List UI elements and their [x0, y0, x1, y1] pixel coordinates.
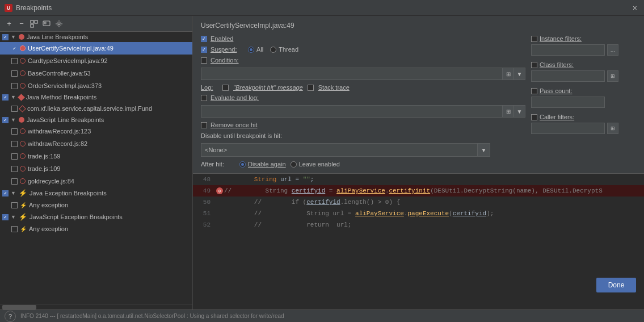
bp-anyexc-label: Any exception	[29, 202, 68, 208]
evaluate-input[interactable]	[201, 105, 503, 118]
bp-withdraw82-checkbox[interactable]	[11, 141, 18, 147]
suspend-checkbox[interactable]	[201, 47, 207, 53]
bp-xflieka-dot	[19, 105, 26, 112]
bp-cardtype-checkbox[interactable]	[11, 58, 18, 64]
breakpoint-cardtype[interactable]: CardtypeServiceImpl.java:92	[0, 55, 192, 67]
class-filters-checkbox[interactable]	[531, 62, 537, 68]
group-js-line: ▼ JavaScript Line Breakpoints withdrawRe…	[0, 115, 192, 187]
bp-base-checkbox[interactable]	[11, 70, 18, 77]
caller-filters-checkbox[interactable]	[531, 114, 537, 120]
instance-filters-input[interactable]	[531, 44, 605, 56]
remove-breakpoint-button[interactable]: −	[16, 18, 27, 30]
left-panel: + − ▼ Java Line Breakpoints	[0, 16, 193, 310]
bp-xflieka-checkbox[interactable]	[11, 106, 18, 112]
leave-enabled-option[interactable]: Leave enabled	[291, 161, 340, 168]
class-filters-browse[interactable]: ⊞	[607, 70, 618, 82]
pass-count-input[interactable]	[531, 97, 605, 108]
class-filters-input[interactable]	[531, 70, 605, 82]
group-breakpoints-button[interactable]	[28, 18, 40, 30]
stack-trace-checkbox[interactable]	[308, 85, 314, 91]
condition-expand-btn[interactable]: ⊞	[503, 68, 514, 80]
group-java-method-header[interactable]: ▼ Java Method Breakpoints	[0, 92, 192, 102]
evaluate-more-btn[interactable]: ▼	[514, 105, 525, 118]
condition-more-btn[interactable]: ▼	[514, 68, 525, 80]
left-panel-scrollbar[interactable]	[0, 304, 192, 310]
bp-hit-message-checkbox[interactable]	[222, 85, 229, 91]
group-java-exception-items: ⚡ Any exception	[0, 199, 192, 211]
group-js-line-checkbox[interactable]	[2, 117, 9, 123]
suspend-thread-option[interactable]: Thread	[270, 46, 298, 53]
suspend-all-radio[interactable]	[248, 47, 254, 53]
bp-anyexcjs-checkbox[interactable]	[11, 226, 18, 232]
add-breakpoint-button[interactable]: +	[3, 18, 15, 30]
evaluate-log-checkbox[interactable]	[201, 95, 207, 101]
group-js-exception-header[interactable]: ▼ ⚡ JavaScript Exception Breakpoints	[0, 211, 192, 223]
bp-withdraw82[interactable]: withdrawRecord.js:82	[0, 137, 192, 150]
js-line-icon	[19, 117, 24, 123]
bp-trade159-checkbox[interactable]	[11, 153, 18, 160]
bp-anyexc-checkbox[interactable]	[11, 202, 18, 208]
caller-filters-browse[interactable]: ⊞	[607, 123, 618, 134]
group-js-exception-items: ⚡ Any exception	[0, 223, 192, 235]
group-java-exception-checkbox[interactable]	[2, 190, 9, 196]
evaluate-log-row: Evaluate and log:	[201, 94, 525, 101]
group-java-line-header[interactable]: ▼ Java Line Breakpoints	[0, 32, 192, 42]
instance-filters-label: Instance filters:	[540, 35, 582, 42]
bp-any-exception[interactable]: ⚡ Any exception	[0, 199, 192, 211]
bp-trade109-checkbox[interactable]	[11, 166, 18, 172]
caller-filters-group: Caller filters: ⊞	[531, 114, 636, 134]
disable-again-option[interactable]: Disable again	[239, 161, 286, 168]
disable-dropdown-arrow[interactable]: ▼	[478, 143, 490, 157]
condition-input[interactable]	[201, 68, 503, 80]
pass-count-group: Pass count:	[531, 87, 636, 108]
group-java-line-items: UserCertifyServiceImpl.java:49 CardtypeS…	[0, 42, 192, 92]
bp-usercertify-checkbox[interactable]	[11, 45, 18, 52]
bp-goldrecycle[interactable]: goldrecycle.js:84	[0, 175, 192, 187]
group-java-exception-label: Java Exception Breakpoints	[30, 190, 107, 196]
bp-goldrecycle-checkbox[interactable]	[11, 178, 18, 185]
bp-base-label: BaseController.java:53	[28, 70, 91, 77]
evaluate-expand-btn[interactable]: ⊞	[503, 105, 514, 118]
breakpoint-order[interactable]: OrderServiceImpl.java:373	[0, 80, 192, 92]
line-code-49: // String certifyid = aliPayService.cert…	[224, 187, 603, 194]
disable-again-radio[interactable]	[239, 161, 246, 168]
app-icon: U	[5, 4, 12, 12]
instance-filters-browse[interactable]: …	[607, 44, 618, 56]
line-num-51: 51	[195, 210, 215, 217]
group-java-line-checkbox[interactable]	[2, 34, 9, 40]
bp-usercertify-dot	[20, 45, 26, 51]
settings-button[interactable]	[53, 18, 65, 30]
caller-filters-input[interactable]	[531, 123, 605, 134]
group-js-exception-checkbox[interactable]	[2, 214, 9, 220]
bp-withdraw123[interactable]: withdrawRecord.js:123	[0, 125, 192, 137]
enabled-checkbox[interactable]	[201, 36, 207, 42]
breakpoint-base[interactable]: BaseController.java:53	[0, 67, 192, 80]
bp-withdraw123-checkbox[interactable]	[11, 128, 18, 135]
close-button[interactable]: ×	[630, 3, 639, 12]
leave-enabled-radio[interactable]	[291, 161, 297, 168]
group-java-exception-header[interactable]: ▼ ⚡ Java Exception Breakpoints	[0, 187, 192, 199]
group-java-method-checkbox[interactable]	[2, 94, 9, 101]
breakpoint-usercertify[interactable]: UserCertifyServiceImpl.java:49	[0, 42, 192, 55]
bp-order-checkbox[interactable]	[11, 83, 18, 89]
disable-dropdown[interactable]: <None>	[201, 143, 478, 157]
java-exception-icon: ⚡	[19, 189, 27, 197]
suspend-all-option[interactable]: All	[248, 46, 263, 53]
condition-label: Condition:	[211, 57, 250, 64]
done-button[interactable]: Done	[596, 278, 636, 292]
breakpoint-xf-lieka[interactable]: com.xf.lieka.service.capital.service.imp…	[0, 102, 192, 115]
bp-trade159[interactable]: trade.js:159	[0, 150, 192, 162]
pass-count-checkbox[interactable]	[531, 88, 537, 94]
group-java-line-arrow: ▼	[11, 34, 16, 40]
suspend-thread-radio[interactable]	[270, 47, 276, 53]
remove-once-hit-checkbox[interactable]	[201, 122, 207, 128]
breakpoints-tree[interactable]: ▼ Java Line Breakpoints UserCertifyServi…	[0, 32, 192, 304]
bp-any-exception-js[interactable]: ⚡ Any exception	[0, 223, 192, 235]
instance-filters-checkbox[interactable]	[531, 36, 537, 42]
help-button[interactable]: ?	[5, 311, 16, 322]
group-js-line-header[interactable]: ▼ JavaScript Line Breakpoints	[0, 115, 192, 125]
condition-checkbox[interactable]	[201, 57, 207, 64]
bp-trade109[interactable]: trade.js:109	[0, 162, 192, 175]
export-breakpoints-button[interactable]	[41, 18, 52, 30]
main-container: + − ▼ Java Line Breakpoints	[0, 16, 644, 310]
